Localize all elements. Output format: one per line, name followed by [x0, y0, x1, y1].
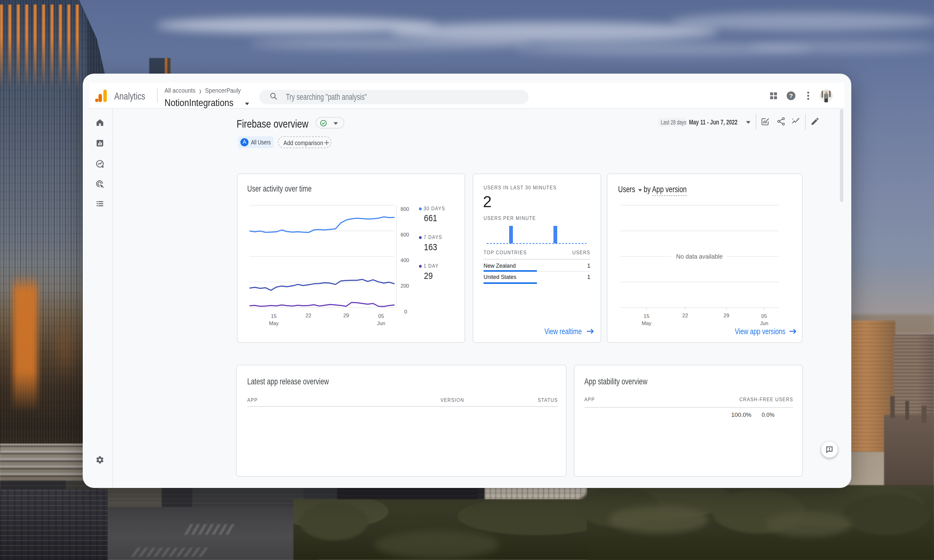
svg-text:?: ? — [789, 93, 793, 99]
